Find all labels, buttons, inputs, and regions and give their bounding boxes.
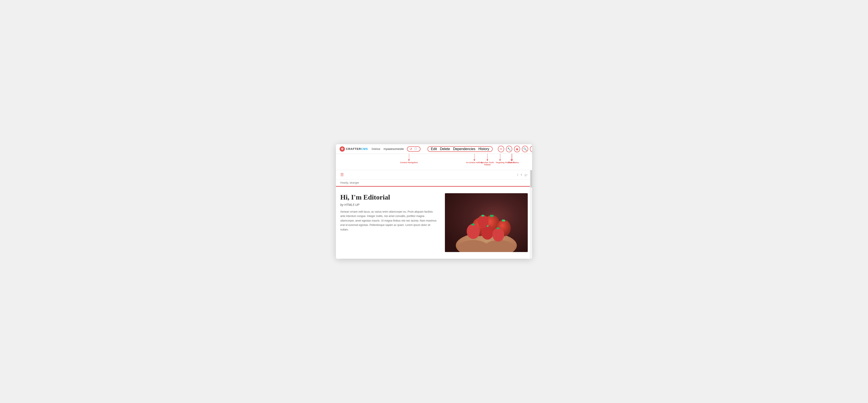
page-icon[interactable]: ☐ (414, 147, 418, 151)
refresh-icon[interactable]: ↺ (410, 147, 413, 151)
googleplus-icon[interactable]: g+ (524, 173, 528, 176)
nav-pill: ↺ ☐ (407, 146, 421, 152)
lock-icon-btn[interactable]: 🔒 (530, 146, 532, 152)
greeting-text: Howdy, stranger (340, 181, 359, 184)
toolbar: ⚙ CRAFTERCMS Sidebar myawesomesite ↺ ☐ E… (336, 144, 532, 154)
footer-line (340, 259, 528, 259)
article-title: Hi, I'm Editorial (340, 193, 438, 201)
sidebar-label[interactable]: Sidebar (371, 147, 380, 150)
facebook-icon[interactable]: f (521, 173, 522, 176)
search-icon-btn[interactable]: 🔍 (522, 146, 528, 152)
context-navigation-annotation: Context Navigation (398, 154, 420, 164)
svg-point-12 (467, 224, 480, 239)
component-icon-btn[interactable]: ◉ (514, 146, 520, 152)
toolbar-right: ✏ 🔧 ◉ 🔍 🔒 ☰ ✦ admin (498, 146, 532, 152)
preview-navbar: ☰ 𝕥 f g+ (336, 170, 532, 179)
logo: ⚙ CRAFTERCMS (339, 146, 368, 152)
scrollbar[interactable] (530, 170, 532, 259)
greeting-bar: Howdy, stranger (336, 179, 532, 187)
article-description: Aenean ornare velit lacus, ac varius eni… (340, 209, 438, 232)
edit-action[interactable]: Edit (431, 147, 437, 151)
article-text: Hi, I'm Editorial by HTML5 UP Aenean orn… (340, 193, 438, 232)
article-image (445, 193, 528, 252)
actions-pill: Edit Delete Dependencies History (428, 146, 493, 152)
svg-point-16 (492, 228, 504, 242)
publish-status-annotation: Publish Status (503, 154, 521, 164)
tools-icon-btn[interactable]: 🔧 (506, 146, 512, 152)
delete-action[interactable]: Delete (440, 147, 450, 151)
article-subtitle: by HTML5 UP (340, 203, 438, 206)
svg-rect-9 (490, 215, 494, 217)
edit-icon-btn[interactable]: ✏ (498, 146, 504, 152)
site-name: myawesomesite (383, 147, 404, 150)
svg-rect-11 (502, 220, 505, 222)
history-action[interactable]: History (478, 147, 489, 151)
preview-hamburger-icon[interactable]: ☰ (340, 172, 344, 177)
logo-text: CRAFTERCMS (346, 147, 368, 150)
svg-point-18 (477, 215, 489, 228)
strawberry-svg (445, 193, 528, 252)
svg-rect-19 (482, 215, 484, 217)
scrollbar-thumb[interactable] (530, 170, 532, 188)
dependencies-action[interactable]: Dependencies (453, 147, 475, 151)
svg-rect-17 (497, 227, 499, 229)
article-body: Hi, I'm Editorial by HTML5 UP Aenean orn… (336, 187, 532, 259)
preview-content: ☰ 𝕥 f g+ Howdy, stranger Hi, I'm Editori… (336, 170, 532, 259)
social-links: 𝕥 f g+ (517, 173, 528, 176)
crafter-logo-icon: ⚙ (339, 146, 345, 152)
svg-text:⚙: ⚙ (341, 147, 344, 150)
twitter-icon[interactable]: 𝕥 (517, 173, 518, 176)
annotations-area: Context Navigation In-context editing Pr… (336, 154, 532, 170)
